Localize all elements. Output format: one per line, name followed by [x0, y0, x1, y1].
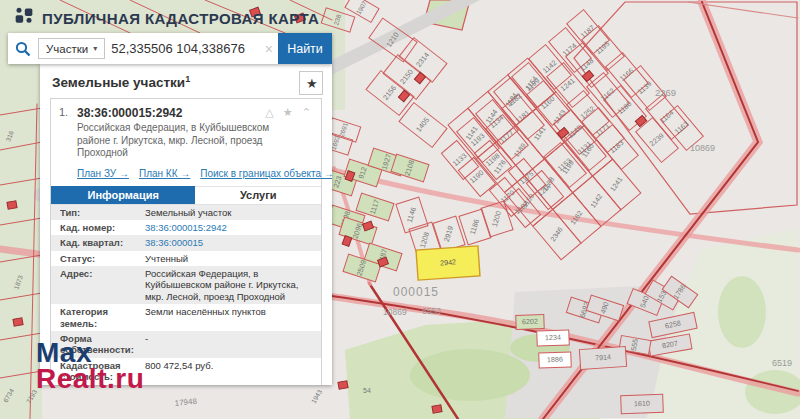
info-row-label: Категория земель: [51, 306, 145, 329]
search-category-label: Участки [46, 43, 88, 55]
info-row-value: Земельный участок [145, 207, 321, 218]
find-button[interactable]: Найти [278, 33, 332, 64]
results-panel: Земельные участки1 ★ 1. 38:36:000015:294… [40, 64, 332, 385]
info-row-value[interactable]: 38:36:000015 [145, 237, 321, 248]
result-index: 1. [59, 106, 77, 160]
results-title: Земельные участки1 [52, 75, 190, 90]
warning-triangle-icon[interactable]: △ [265, 106, 276, 118]
app-title: ПУБЛИЧНАЯ КАДАСТРОВАЯ КАРТА [42, 10, 319, 27]
parcel-links: План ЗУ →План КК →Поиск в границах объек… [51, 163, 321, 186]
info-row-value: - [145, 333, 321, 356]
svg-text:6202: 6202 [522, 317, 538, 327]
results-count-superscript: 1 [185, 74, 190, 84]
info-row-value: Учтенный [145, 253, 321, 264]
parcel-info-table: Тип:Земельный участокКад. номер:38:36:00… [51, 205, 321, 386]
svg-text:6519: 6519 [772, 358, 792, 368]
info-row-label: Тип: [51, 207, 145, 218]
info-row: Кад. квартал:38:36:000015 [51, 235, 321, 250]
svg-text:1886: 1886 [547, 355, 563, 365]
star-icon: ★ [306, 76, 318, 91]
info-row: Статус:Учтенный [51, 251, 321, 266]
info-row: Кад. номер:38:36:000015:2942 [51, 220, 321, 235]
svg-text:6553: 6553 [422, 306, 441, 316]
svg-text:10869: 10869 [690, 143, 715, 153]
info-row-label: Кад. номер: [51, 222, 145, 233]
search-icon [8, 41, 38, 57]
info-row-value: 800 472,54 руб. [145, 360, 321, 383]
search-category-dropdown[interactable]: Участки ▾ [38, 38, 105, 59]
info-row-value: Земли населённых пунктов [145, 306, 321, 329]
parcel-card-header: 1. 38:36:000015:2942 Российская Федераци… [51, 99, 321, 163]
info-row-label: Кад. квартал: [51, 237, 145, 248]
app-header: ПУБЛИЧНАЯ КАДАСТРОВАЯ КАРТА [14, 6, 319, 30]
svg-text:1610: 1610 [634, 399, 650, 409]
info-row: Категория земель:Земли населённых пункто… [51, 304, 321, 331]
cadastral-map-app: 1141114411841154117611891141114311591138… [0, 0, 800, 419]
info-row: Кадастровая стоимость:800 472,54 руб. [51, 358, 321, 385]
svg-text:7914: 7914 [595, 352, 612, 362]
search-input[interactable] [105, 41, 260, 56]
pkk-logo-icon [14, 6, 34, 30]
parcel-address: Российская Федерация, в Куйбышевском рай… [77, 122, 302, 160]
parcel-card: 1. 38:36:000015:2942 Российская Федераци… [50, 98, 322, 385]
info-row: Тип:Земельный участок [51, 205, 321, 220]
parcel-link[interactable]: План КК → [139, 168, 190, 179]
svg-text:2942: 2942 [440, 257, 457, 267]
card-tabs: ИнформацияУслуги [51, 186, 321, 205]
clear-search-icon[interactable]: × [260, 41, 278, 57]
tab-active[interactable]: Информация [51, 186, 195, 204]
svg-text:10869: 10869 [383, 307, 407, 317]
svg-text:1234: 1234 [545, 333, 561, 343]
info-row: Адрес:Российская Федерация, в Куйбышевск… [51, 266, 321, 304]
card-action-icons: △ ★ ⌃ [265, 106, 314, 119]
info-row-label: Адрес: [51, 268, 145, 302]
collapse-chevron-icon[interactable]: ⌃ [302, 106, 314, 118]
favorite-star-icon[interactable]: ★ [283, 106, 296, 118]
svg-text:54: 54 [363, 387, 371, 394]
tab-passive[interactable]: Услуги [195, 186, 321, 204]
parcel-link[interactable]: Поиск в границах объекта → [200, 168, 332, 179]
chevron-down-icon: ▾ [93, 44, 97, 53]
info-row-value: Российская Федерация, в Куйбышевском рай… [145, 268, 321, 302]
info-row-label: Кадастровая стоимость: [51, 360, 145, 383]
info-row-value[interactable]: 38:36:000015:2942 [145, 222, 321, 233]
parcel-link[interactable]: План ЗУ → [77, 168, 129, 179]
info-row: Форма собственности:- [51, 331, 321, 358]
info-row-label: Форма собственности: [51, 333, 145, 356]
results-header: Земельные участки1 ★ [40, 64, 332, 98]
info-row-label: Статус: [51, 253, 145, 264]
svg-text:000015: 000015 [393, 285, 439, 299]
svg-text:2269: 2269 [655, 87, 676, 98]
search-panel: Участки ▾ × Найти [8, 33, 332, 64]
favorites-button[interactable]: ★ [299, 71, 323, 95]
